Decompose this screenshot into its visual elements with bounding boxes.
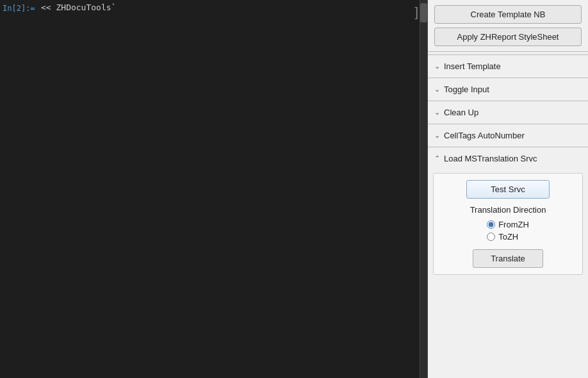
radio-to-zh-input[interactable] [487,233,495,241]
top-buttons-area: Create Template NB Apply ZHReport StyleS… [428,0,588,49]
accordion-insert-template: ⌄ Insert Template [428,54,588,78]
chevron-down-icon-3: ⌄ [434,108,440,117]
notebook-area: In[2]:= << ZHDocuTools` ] [0,0,428,378]
radio-group-direction: FromZH ToZH [487,220,529,242]
accordion-header-insert-template[interactable]: ⌄ Insert Template [428,55,588,78]
load-ms-body: Test Srvc Translation Direction FromZH T… [428,173,588,283]
test-srvc-button[interactable]: Test Srvc [466,180,550,199]
create-template-nb-button[interactable]: Create Template NB [434,5,582,24]
accordion-toggle-input: ⌄ Toggle Input [428,78,588,101]
chevron-down-icon-4: ⌄ [434,131,440,140]
scroll-thumb[interactable] [420,3,427,22]
radio-to-zh-label: ToZH [498,232,518,242]
ms-translation-panel: Test Srvc Translation Direction FromZH T… [433,173,583,275]
translate-button[interactable]: Translate [473,249,543,268]
accordion-label-insert-template: Insert Template [444,62,501,71]
cell-label: In[2]:= [3,3,41,13]
cell-bracket: ] [414,5,418,20]
scrollbar[interactable] [420,0,427,378]
divider [428,51,588,52]
accordion-header-celltags[interactable]: ⌄ CellTags AutoNumber [428,124,588,147]
accordion-label-celltags: CellTags AutoNumber [444,131,525,140]
radio-from-zh-label: FromZH [498,220,529,229]
translation-direction-label: Translation Direction [470,205,546,215]
accordion-header-load-ms[interactable]: ⌃ Load MSTranslation Srvc [428,147,588,170]
chevron-down-icon-2: ⌄ [434,85,440,94]
accordion-header-toggle-input[interactable]: ⌄ Toggle Input [428,78,588,101]
accordion-label-clean-up: Clean Up [444,108,478,117]
radio-to-zh[interactable]: ToZH [487,232,518,242]
sidebar: Create Template NB Apply ZHReport StyleS… [428,0,588,378]
accordion-label-load-ms: Load MSTranslation Srvc [444,154,537,163]
accordion-load-ms: ⌃ Load MSTranslation Srvc Test Srvc Tran… [428,147,588,283]
chevron-down-icon: ⌄ [434,62,440,70]
accordion-celltags: ⌄ CellTags AutoNumber [428,124,588,147]
notebook-cell: In[2]:= << ZHDocuTools` ] [0,0,427,15]
apply-stylesheet-button[interactable]: Apply ZHReport StyleSheet [434,28,582,46]
radio-from-zh[interactable]: FromZH [487,220,529,229]
accordion-clean-up: ⌄ Clean Up [428,101,588,124]
accordion-label-toggle-input: Toggle Input [444,85,489,94]
cell-content: << ZHDocuTools` [41,3,422,12]
radio-from-zh-input[interactable] [487,220,495,229]
accordion-header-clean-up[interactable]: ⌄ Clean Up [428,101,588,124]
chevron-up-icon: ⌃ [434,154,440,163]
